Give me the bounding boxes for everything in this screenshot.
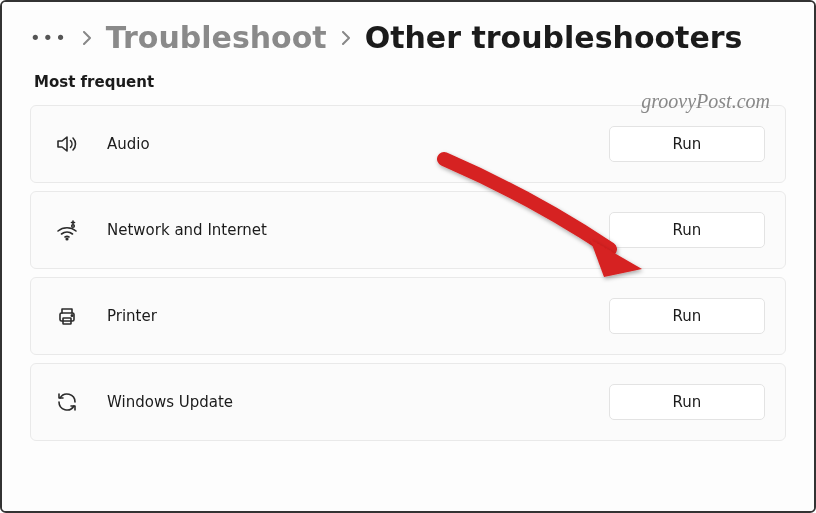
update-icon [53,390,81,414]
list-item-label: Network and Internet [107,221,609,239]
list-item-label: Audio [107,135,609,153]
list-item: Network and Internet Run [30,191,786,269]
svg-point-0 [66,238,68,240]
list-item: Audio Run [30,105,786,183]
breadcrumb-current: Other troubleshooters [365,20,743,55]
network-icon [53,218,81,242]
chevron-right-icon [82,31,92,45]
breadcrumb-more-icon[interactable]: ••• [30,25,68,51]
section-title: Most frequent [34,73,786,91]
svg-point-1 [72,225,75,228]
chevron-right-icon [341,31,351,45]
list-item-label: Windows Update [107,393,609,411]
list-item: Windows Update Run [30,363,786,441]
list-item: Printer Run [30,277,786,355]
audio-icon [53,132,81,156]
breadcrumb-link-troubleshoot[interactable]: Troubleshoot [106,20,327,55]
svg-point-4 [71,315,72,316]
run-button[interactable]: Run [609,384,765,420]
breadcrumb: ••• Troubleshoot Other troubleshooters [30,20,786,55]
run-button[interactable]: Run [609,212,765,248]
troubleshooter-list: Audio Run Network and Internet Run [30,105,786,441]
list-item-label: Printer [107,307,609,325]
run-button[interactable]: Run [609,298,765,334]
printer-icon [53,304,81,328]
run-button[interactable]: Run [609,126,765,162]
